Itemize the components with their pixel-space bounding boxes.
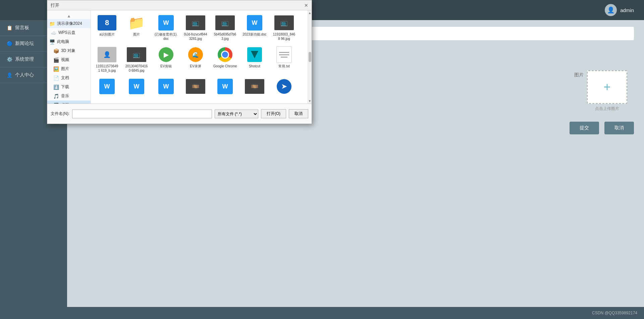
username: admin (620, 7, 634, 13)
file-item-jpg4[interactable]: 👤 1155115736491 619_b.jpg (94, 45, 120, 74)
file-icon-common-txt (274, 46, 294, 63)
nav-item-docs[interactable]: 📄 文档 (47, 73, 91, 82)
file-item-jpg5[interactable]: 📺 2013040704160 6845.jpg (123, 45, 150, 74)
file-item-word4[interactable]: W (212, 77, 238, 97)
file-icon-jpg4: 👤 (97, 46, 117, 63)
files-grid: 8 a识别图片 📁 图片 W (94, 13, 305, 97)
nav-item-downloads[interactable]: ⬇️ 下载 (47, 82, 91, 91)
file-icon-video5: 🎞️ (185, 78, 206, 95)
downloads-icon: ⬇️ (53, 84, 59, 90)
file-item-doc2023[interactable]: W 2023新功能.doc (241, 13, 268, 42)
nav-item-music[interactable]: 🎵 音乐 (47, 91, 91, 101)
dialog-title: 打开 (51, 2, 59, 8)
submit-button[interactable]: 提交 (570, 122, 599, 134)
file-label-shotcut: Shotcut (249, 64, 260, 68)
docs-icon: 📄 (53, 75, 59, 81)
sidebar-item-news-label: 新闻论坛 (15, 41, 34, 47)
nav-downloads-label: 下载 (61, 84, 69, 90)
file-item-video6[interactable]: 🎞️ (241, 77, 268, 97)
file-label-ev-rec: EV录屏 (190, 64, 201, 68)
file-item-jpg2[interactable]: 📺 5b45d695d7b6 3.jpg (212, 13, 238, 42)
file-icon-ev-rec: 🌊 (185, 46, 206, 63)
file-item-ev-cut[interactable]: ▶ EV剪辑 (153, 45, 179, 74)
folder-icon: 📁 (49, 21, 55, 26)
plus-icon: + (603, 80, 610, 94)
nav-item-thispc[interactable]: 🖥️ 此电脑 (47, 37, 91, 46)
dialog-titlebar: 打开 ✕ (47, 0, 312, 10)
filename-label: 文件名(N): (51, 111, 69, 117)
cancel-button[interactable]: 取消 (604, 122, 634, 134)
file-icon-pictures: 📁 (126, 14, 147, 31)
file-label-jpg2: 5b45d695d7b6 3.jpg (213, 32, 237, 41)
file-item-word1[interactable]: W (94, 77, 120, 97)
nav-item-desktop[interactable]: 🖥️ 桌面 (47, 101, 91, 104)
file-item-blue-arrow[interactable]: ➤ (271, 77, 298, 97)
filename-input[interactable] (72, 110, 212, 118)
file-label-jpg4: 1155115736491 619_b.jpg (95, 64, 119, 73)
file-icon-shotcut (245, 46, 265, 63)
page-background: 👤 admin 📋 留言板 ▼ 🔵 新闻论坛 ▼ ⚙️ 系统管理 ▼ (0, 0, 644, 319)
music-icon: 🎵 (53, 93, 59, 99)
upload-section: 图片 + 点击上传图片 (574, 70, 627, 112)
avatar: 👤 (605, 4, 617, 16)
scroll-down-btn[interactable]: ▼ (308, 99, 312, 103)
filetype-select[interactable]: 所有文件 (*.*) (215, 110, 258, 118)
file-item-jpg3[interactable]: 📺 11918003_8468 96.jpg (271, 13, 298, 42)
file-item-modified-doc[interactable]: W (已修改需求(1).doc (153, 13, 179, 42)
nav-thispc-label: 此电脑 (57, 39, 69, 45)
file-icon-a-recognize: 8 (97, 14, 117, 31)
bottom-text: CSDN @QQ3359892174 (592, 311, 637, 315)
dialog-close-button[interactable]: ✕ (304, 3, 308, 8)
file-item-pictures[interactable]: 📁 图片 (123, 13, 150, 42)
file-item-shotcut[interactable]: Shotcut (241, 45, 268, 74)
personal-icon: 👤 (7, 72, 12, 78)
file-label-doc2023: 2023新功能.doc (243, 32, 266, 37)
nav-docs-label: 文档 (61, 75, 69, 81)
wps-icon: ☁️ (51, 30, 56, 36)
file-icon-jpg1: 📺 (185, 14, 206, 31)
file-item-common-txt[interactable]: 常用.txt (271, 45, 298, 74)
user-info: 👤 admin (605, 4, 634, 16)
file-label-pictures: 图片 (133, 32, 140, 37)
file-item-chrome[interactable]: Google Chrome (212, 45, 238, 74)
file-label-chrome: Google Chrome (213, 64, 237, 68)
files-scrollbar[interactable]: ▲ ▼ (308, 10, 312, 104)
nav-item-pictures[interactable]: 🖼️ 图片 (47, 64, 91, 73)
file-label-a-recognize: a识别图片 (99, 32, 115, 37)
system-icon: ⚙️ (7, 57, 12, 62)
dialog-bottom: 文件名(N): 所有文件 (*.*) 打开(O) 取消 (47, 104, 312, 124)
scroll-up-btn[interactable]: ▲ (308, 11, 312, 15)
file-item-a-recognize[interactable]: 8 a识别图片 (94, 13, 120, 42)
file-icon-word1: W (97, 78, 117, 95)
thispc-icon: 🖥️ (49, 39, 55, 45)
file-item-video5[interactable]: 🎞️ (182, 77, 209, 97)
file-item-ev-rec[interactable]: 🌊 EV录屏 (182, 45, 209, 74)
nav-item-current-folder[interactable]: 📁 演示录像2024 (47, 19, 91, 28)
scroll-thumb[interactable] (309, 52, 311, 62)
file-icon-ev-cut: ▶ (156, 46, 176, 63)
file-label-jpg3: 11918003_8468 96.jpg (272, 32, 296, 41)
nav-current-folder-label: 演示录像2024 (57, 21, 82, 26)
file-label-common-txt: 常用.txt (278, 64, 289, 68)
sidebar-item-bulletin-label: 留言板 (15, 25, 29, 31)
nav-video-label: 视频 (61, 57, 69, 63)
nav-item-video[interactable]: 🎬 视频 (47, 55, 91, 64)
nav-3d-label: 3D 对象 (61, 48, 75, 54)
file-item-word3[interactable]: W (153, 77, 179, 97)
nav-item-3d[interactable]: 📦 3D 对象 (47, 46, 91, 55)
sidebar-item-system-label: 系统管理 (15, 56, 34, 62)
scroll-up-icon[interactable]: ▲ (47, 13, 91, 19)
file-icon-chrome (215, 46, 235, 63)
file-item-word2[interactable]: W (123, 77, 150, 97)
file-icon-jpg5: 📺 (126, 46, 147, 63)
3d-icon: 📦 (53, 48, 59, 54)
dialog-cancel-button[interactable]: 取消 (289, 109, 308, 118)
upload-hint: 点击上传图片 (595, 106, 619, 112)
file-item-jpg1[interactable]: 📺 0iJd-fxzvcvf844 3281.jpg (182, 13, 209, 42)
upload-label: 图片 (574, 70, 584, 78)
nav-item-wps[interactable]: ☁️ WPS云盘 (47, 28, 91, 37)
dialog-open-button[interactable]: 打开(O) (261, 109, 286, 118)
upload-box[interactable]: + (587, 70, 627, 104)
dialog-nav: ▲ 📁 演示录像2024 ☁️ WPS云盘 🖥️ 此电脑 📦 3D 对象 (47, 10, 91, 104)
dialog-body: ▲ 📁 演示录像2024 ☁️ WPS云盘 🖥️ 此电脑 📦 3D 对象 (47, 10, 312, 104)
